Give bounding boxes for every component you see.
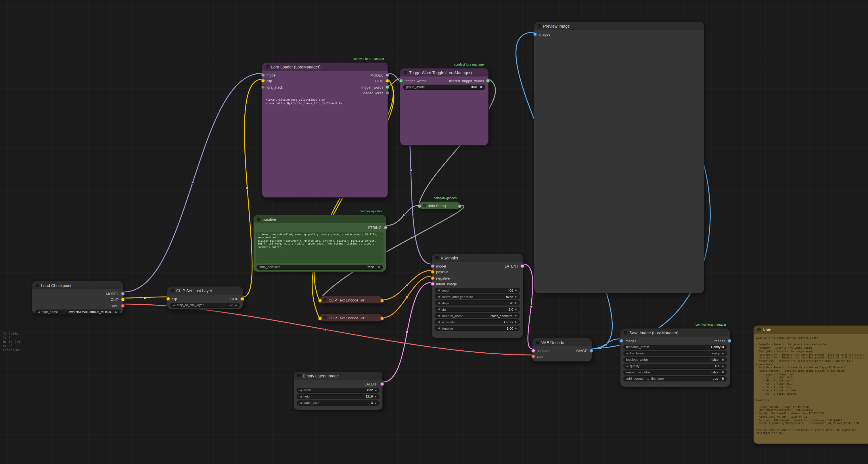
collapse-toggle-icon[interactable] [624,331,627,334]
output-slot-images[interactable]: images [714,339,729,343]
node-header[interactable]: Note [754,326,868,334]
cfg-stepper[interactable]: ◀ cfg 8.0 ▶ [435,307,520,312]
scheduler-combo[interactable]: ◀ scheduler karras ▶ [435,319,520,324]
add-counter-to-filename-toggle[interactable]: add_counter_to_filename true [623,376,727,381]
collapsed-input-slot-icon[interactable] [417,204,422,208]
combo-next-icon[interactable]: ▶ [515,295,517,298]
node-lora-loader[interactable]: comfyui-lora-manager Lora Loader (LoraMa… [261,62,388,198]
lora-syntax-text[interactable]: <lora:CreateConcept_Illustrious:0.8> <lo… [262,96,388,196]
collapse-toggle-icon[interactable] [266,65,269,68]
collapse-toggle-icon[interactable] [323,316,326,319]
node-header[interactable]: KSampler [432,254,523,262]
node-positive-prompt[interactable]: comfyui-kjnodes positive STRING highres,… [253,214,386,272]
increment-icon[interactable]: ▶ [515,327,517,330]
output-slot-latent[interactable]: LATENT [365,382,382,386]
output-slot-model[interactable]: MODEL [106,292,122,296]
prompt-textarea[interactable]: highres, very detailed, amazing quality,… [256,232,383,263]
node-empty-latent-image[interactable]: Empty Latent Image LATENT ◀ width 832 ▶ … [293,371,383,410]
input-slot-positive[interactable]: positive [432,270,448,274]
model-slot-icon[interactable] [430,264,434,268]
embed-workflow-toggle[interactable]: embed_workflow false [623,370,727,375]
control-after-generate-combo[interactable]: ◀ control after generate fixed ▶ [435,294,520,299]
toggle-indicator-icon[interactable] [721,371,724,374]
denoise-stepper[interactable]: ◀ denoise 1.00 ▶ [435,326,520,331]
combo-prev-icon[interactable]: ◀ [438,295,440,298]
group-mode-toggle[interactable]: group_mode true [403,84,485,89]
decrement-icon[interactable]: ◀ [438,289,440,292]
output-slot-model[interactable]: MODEL [370,73,387,77]
decrement-icon[interactable]: ◀ [438,308,440,311]
output-slot-string[interactable]: STRING [368,226,385,230]
collapse-toggle-icon[interactable] [435,256,438,259]
input-slot-model[interactable]: model [432,264,446,268]
image-slot-icon[interactable] [727,339,731,343]
conditioning-slot-icon[interactable] [430,270,434,274]
string-slot-icon[interactable] [383,226,387,230]
image-slot-icon[interactable] [619,339,623,343]
seed-stepper[interactable]: ◀ seed 409 ▶ [435,288,520,293]
collapse-toggle-icon[interactable] [257,218,260,221]
input-slot-clip[interactable]: clip [263,79,272,83]
decrement-icon[interactable]: ◀ [173,303,175,307]
strip-newlines-toggle[interactable]: strip_newlines false [256,264,383,269]
collapse-toggle-icon[interactable] [297,374,301,377]
input-slot-images[interactable]: images [621,339,637,343]
input-slot-clip[interactable]: clip [168,297,177,301]
increment-icon[interactable]: ▶ [375,395,377,398]
trigger-words-slot-icon[interactable] [385,85,389,89]
ckpt-name-combo[interactable]: ◀ ckpt_name ilwaiNSFWIllustrious_v110.s.… [35,309,120,314]
node-vae-decode[interactable]: VAE Decode samples IMAGE vae [532,338,592,362]
increment-icon[interactable]: ▶ [515,301,517,304]
combo-prev-icon[interactable]: ◀ [438,320,440,323]
sampler-name-combo[interactable]: ◀ sampler_name euler_ancestral ▶ [435,313,520,318]
width-stepper[interactable]: ◀ width 832 ▶ [297,387,379,393]
clip-slot-icon[interactable] [240,297,244,301]
output-slot-clip[interactable]: CLIP [230,297,242,301]
output-slot-trigger-words[interactable]: trigger_words [362,85,387,89]
collapse-toggle-icon[interactable] [171,289,174,292]
increment-icon[interactable]: ▶ [375,401,377,404]
latent-slot-icon[interactable] [531,349,535,353]
output-slot-latent[interactable]: LATENT [505,264,522,268]
combo-next-icon[interactable]: ▶ [515,314,517,317]
latent-slot-icon[interactable] [380,382,384,386]
steps-stepper[interactable]: ◀ steps 20 ▶ [435,300,520,306]
node-ksampler[interactable]: KSampler model LATENT positive negative … [431,253,523,338]
input-slot-latent-image[interactable]: latent_image [432,282,457,286]
collapsed-output-slot-icon[interactable] [458,204,462,208]
collapse-toggle-icon[interactable] [323,298,326,301]
clip-slot-icon[interactable] [166,297,170,301]
vae-slot-icon[interactable] [121,304,124,308]
model-slot-icon[interactable] [261,73,265,77]
increment-icon[interactable]: ▶ [235,303,237,307]
node-clip-set-last-layer[interactable]: CLIP Set Last Layer clip CLIP ◀ stop_at_… [167,286,243,310]
node-load-checkpoint[interactable]: Load Checkpoint MODEL CLIP VAE ◀ ckpt_na… [32,281,124,314]
collapsed-output-slot-icon[interactable] [380,316,384,320]
increment-icon[interactable]: ▶ [722,365,724,367]
clip-slot-icon[interactable] [261,79,265,83]
latent-slot-icon[interactable] [520,264,524,268]
image-slot-icon[interactable] [533,32,537,36]
loaded-loras-slot-icon[interactable] [385,91,389,95]
increment-icon[interactable]: ▶ [375,388,377,392]
node-header[interactable]: Save Image (LoraManager) [620,328,730,337]
clip-slot-icon[interactable] [121,298,124,302]
input-slot-images[interactable]: images [535,32,550,36]
output-slot-vae[interactable]: VAE [112,304,122,308]
collapse-toggle-icon[interactable] [404,71,407,74]
decrement-icon[interactable]: ◀ [300,401,302,404]
input-slot-samples[interactable]: samples [533,349,550,353]
comfyui-graph-canvas[interactable]: Load Checkpoint MODEL CLIP VAE ◀ ckpt_na… [0,0,868,464]
output-slot-clip[interactable]: CLIP [111,298,122,302]
model-slot-icon[interactable] [121,292,124,296]
note-textarea[interactable]: Available filename_prefix Pattern Codes … [754,335,868,442]
collapsed-input-slot-icon[interactable] [318,316,322,320]
filtered-trigger-words-slot-icon[interactable] [486,79,490,83]
collapsed-output-slot-icon[interactable] [380,298,384,302]
input-slot-vae[interactable]: vae [533,355,542,359]
model-slot-icon[interactable] [385,73,389,77]
node-header[interactable]: CLIP Set Last Layer [167,287,243,295]
increment-icon[interactable]: ▶ [515,289,517,292]
node-header[interactable]: positive [254,215,386,223]
lossless-webp-toggle[interactable]: lossless_webp false [623,357,727,362]
